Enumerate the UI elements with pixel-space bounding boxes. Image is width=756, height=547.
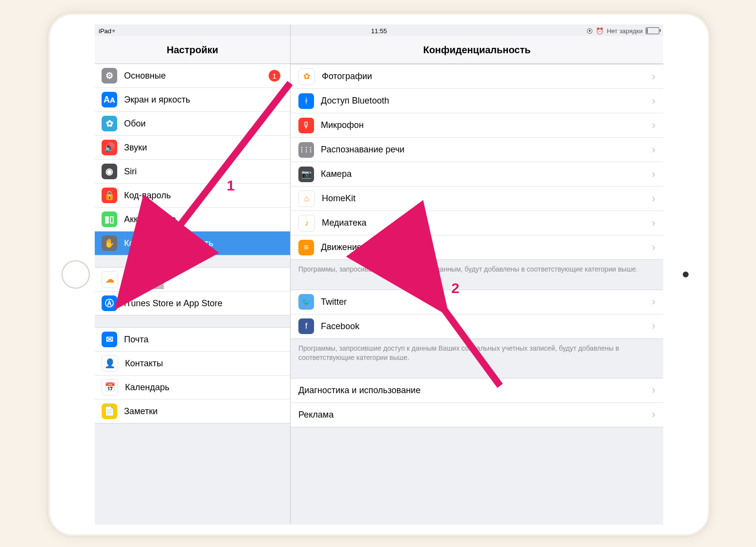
privacy-item-label: Камера bbox=[321, 169, 652, 179]
mic-icon: 🎙 bbox=[298, 118, 314, 133]
privacy-icon: ✋ bbox=[102, 235, 117, 251]
sidebar-item-label: iCloud bbox=[125, 270, 283, 280]
sidebar-item-battery[interactable]: ▮▯Аккумулятор bbox=[95, 208, 290, 231]
sounds-icon: 🔊 bbox=[102, 140, 117, 155]
wifi-icon: ᯤ bbox=[111, 27, 118, 35]
privacy-item-label: Медиатека bbox=[322, 218, 652, 228]
media-icon: ♪ bbox=[298, 215, 315, 231]
chevron-right-icon: › bbox=[652, 70, 655, 83]
sidebar-item-notes[interactable]: 📄Заметки bbox=[95, 400, 290, 423]
privacy-item-speech[interactable]: ⫶⫶⫶Распознавание речи› bbox=[291, 138, 663, 162]
sidebar-item-contacts[interactable]: 👤Контакты bbox=[95, 352, 290, 376]
privacy-item-camera[interactable]: 📷Камера› bbox=[291, 162, 663, 187]
homekit-icon: ⌂ bbox=[298, 190, 315, 207]
chevron-right-icon: › bbox=[652, 192, 655, 205]
battery-icon: ▮▯ bbox=[102, 211, 117, 227]
sidebar-item-icloud[interactable]: ☁︎iCloud████████ bbox=[95, 268, 290, 292]
sidebar-item-privacy[interactable]: ✋Конфиденциальность bbox=[95, 231, 290, 255]
passcode-icon: 🔒 bbox=[102, 188, 117, 203]
chevron-right-icon: › bbox=[652, 295, 655, 308]
sidebar-item-label: Экран и яркость bbox=[124, 95, 283, 105]
sidebar-item-mail[interactable]: ✉︎Почта bbox=[95, 328, 290, 352]
privacy-item-facebook[interactable]: fFacebook› bbox=[291, 315, 663, 338]
sidebar-item-calendar[interactable]: 📅Календарь bbox=[95, 376, 290, 400]
siri-icon: ◉ bbox=[102, 164, 117, 179]
display-icon: Aᴀ bbox=[102, 92, 117, 107]
icloud-icon: ☁︎ bbox=[102, 271, 118, 288]
status-bar-right: 11:55 ⦿ ⏰ Нет зарядки bbox=[291, 24, 663, 36]
clock: 11:55 bbox=[371, 27, 387, 35]
privacy-item-diag[interactable]: Диагностика и использование› bbox=[291, 379, 663, 403]
privacy-item-media[interactable]: ♪Медиатека› bbox=[291, 211, 663, 235]
privacy-item-label: Движение и фитнес bbox=[321, 242, 652, 252]
privacy-item-label: Диагностика и использование bbox=[298, 385, 652, 396]
privacy-item-label: Микрофон bbox=[321, 120, 652, 130]
sidebar-item-label: Основные bbox=[124, 71, 269, 81]
privacy-item-label: HomeKit bbox=[322, 193, 652, 204]
battery-icon bbox=[646, 27, 659, 34]
camera-icon: 📷 bbox=[298, 167, 314, 182]
sidebar-item-wallpaper[interactable]: ✿Обои bbox=[95, 112, 290, 136]
privacy-item-label: Фотографии bbox=[322, 71, 652, 82]
privacy-item-twitter[interactable]: 🐦Twitter› bbox=[291, 290, 663, 315]
lock-rotation-icon: ⦿ bbox=[587, 27, 593, 35]
sidebar-item-general[interactable]: ⚙︎Основные1 bbox=[95, 64, 290, 88]
sidebar-item-label: iTunes Store и App Store bbox=[124, 298, 283, 309]
chevron-right-icon: › bbox=[652, 384, 655, 397]
privacy-item-fitness[interactable]: ≡Движение и фитнес› bbox=[291, 235, 663, 259]
chevron-right-icon: › bbox=[652, 95, 655, 107]
sidebar-item-siri[interactable]: ◉Siri bbox=[95, 160, 290, 184]
privacy-item-bluetooth[interactable]: ᚼДоступ Bluetooth› bbox=[291, 89, 663, 113]
sidebar-item-label: Конфиденциальность bbox=[124, 238, 283, 249]
bluetooth-icon: ᚼ bbox=[298, 93, 314, 109]
sidebar-item-passcode[interactable]: 🔒Код-пароль bbox=[95, 184, 290, 208]
sidebar-item-label: Аккумулятор bbox=[124, 214, 283, 225]
chevron-right-icon: › bbox=[652, 217, 655, 230]
home-button[interactable] bbox=[62, 260, 90, 289]
device-label: iPad bbox=[99, 27, 111, 35]
notes-icon: 📄 bbox=[102, 403, 117, 419]
detail-header: Конфиденциальность bbox=[291, 36, 663, 64]
detail-scroll[interactable]: ✿Фотографии›ᚼДоступ Bluetooth›🎙Микрофон›… bbox=[291, 64, 663, 525]
privacy-item-photos[interactable]: ✿Фотографии› bbox=[291, 64, 663, 89]
privacy-item-label: Facebook bbox=[321, 321, 652, 332]
front-camera bbox=[683, 272, 689, 277]
sidebar-item-label: Почта bbox=[124, 335, 283, 345]
chevron-right-icon: › bbox=[652, 241, 655, 254]
chevron-right-icon: › bbox=[652, 119, 655, 132]
sidebar-scroll[interactable]: ⚙︎Основные1AᴀЭкран и яркость✿Обои🔊Звуки◉… bbox=[95, 64, 290, 525]
sidebar-item-sounds[interactable]: 🔊Звуки bbox=[95, 136, 290, 160]
sidebar-item-itunes[interactable]: ⒶiTunes Store и App Store bbox=[95, 292, 290, 315]
sidebar-item-subtitle: ████████ bbox=[125, 281, 283, 289]
sidebar-item-label: Звуки bbox=[124, 143, 283, 153]
general-icon: ⚙︎ bbox=[102, 68, 117, 84]
sidebar-item-label: Обои bbox=[124, 119, 283, 129]
privacy-item-homekit[interactable]: ⌂HomeKit› bbox=[291, 187, 663, 211]
sidebar-item-label: Контакты bbox=[125, 358, 283, 369]
alarm-icon: ⏰ bbox=[596, 27, 604, 35]
sidebar-item-display[interactable]: AᴀЭкран и яркость bbox=[95, 88, 290, 112]
privacy-item-label: Реклама bbox=[298, 410, 652, 420]
facebook-icon: f bbox=[298, 318, 314, 334]
section-footnote: Программы, запросившие доступ к Вашим да… bbox=[291, 260, 663, 276]
twitter-icon: 🐦 bbox=[298, 294, 314, 310]
privacy-item-ads[interactable]: Реклама› bbox=[291, 403, 663, 427]
mail-icon: ✉︎ bbox=[102, 332, 117, 347]
badge: 1 bbox=[269, 70, 280, 82]
contacts-icon: 👤 bbox=[102, 355, 118, 372]
chevron-right-icon: › bbox=[652, 168, 655, 181]
fitness-icon: ≡ bbox=[298, 240, 314, 255]
chevron-right-icon: › bbox=[652, 408, 655, 421]
settings-sidebar: iPad ᯤ Настройки ⚙︎Основные1AᴀЭкран и яр… bbox=[95, 24, 291, 525]
sidebar-item-label: Siri bbox=[124, 167, 283, 177]
chevron-right-icon: › bbox=[652, 144, 655, 156]
privacy-item-label: Доступ Bluetooth bbox=[321, 96, 652, 106]
detail-pane: 11:55 ⦿ ⏰ Нет зарядки Конфиденциальность… bbox=[291, 24, 663, 525]
itunes-icon: Ⓐ bbox=[102, 295, 117, 311]
battery-label: Нет зарядки bbox=[607, 27, 643, 35]
photos-icon: ✿ bbox=[298, 68, 315, 85]
privacy-item-mic[interactable]: 🎙Микрофон› bbox=[291, 113, 663, 138]
wallpaper-icon: ✿ bbox=[102, 116, 117, 131]
sidebar-item-label: Календарь bbox=[125, 382, 283, 393]
sidebar-header: Настройки bbox=[95, 36, 290, 64]
